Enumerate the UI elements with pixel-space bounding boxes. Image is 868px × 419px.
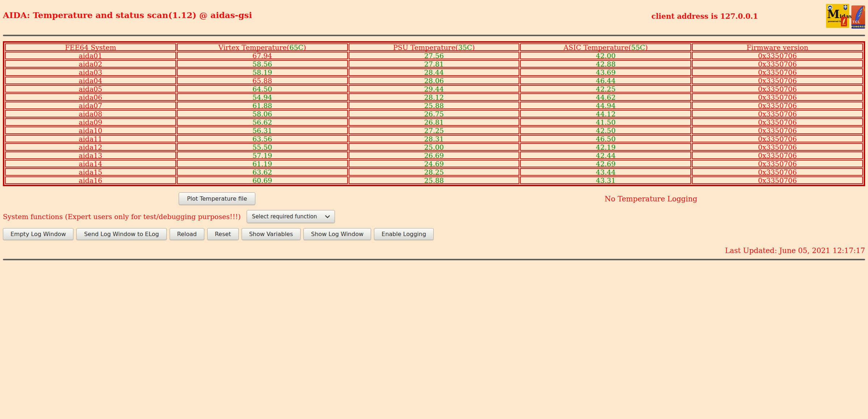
header-label: ASIC Temperature( xyxy=(563,43,631,51)
fee64-system-cell: aida02 xyxy=(5,60,176,68)
table-body: aida0167.9427.5642.000x3350706 aida0258.… xyxy=(5,52,863,184)
col-header-psu-temperature: PSU Temperature(35C) xyxy=(349,43,520,51)
psu-temp-cell: 29.44 xyxy=(349,85,520,93)
table-row: aida1255.5025.0042.190x3350706 xyxy=(5,143,863,151)
tcl-powered-label: POWERED xyxy=(851,25,865,28)
header-row: FEE64 System Virtex Temperature(65C) PSU… xyxy=(5,43,863,51)
firmware-cell: 0x3350706 xyxy=(692,118,863,126)
fee64-system-cell: aida08 xyxy=(5,110,176,117)
header-label: FEE64 System xyxy=(65,43,116,51)
show-log-window-button[interactable]: Show Log Window xyxy=(303,228,371,240)
virtex-temp-cell: 54.94 xyxy=(177,93,348,101)
virtex-temp-cell: 57.19 xyxy=(177,151,348,159)
bottom-divider xyxy=(3,259,865,260)
table-row: aida0956.6226.8141.500x3350706 xyxy=(5,118,863,126)
psu-temp-cell: 28.31 xyxy=(349,135,520,142)
asic-temp-cell: 43.69 xyxy=(520,68,691,76)
psu-temp-cell: 26.81 xyxy=(349,118,520,126)
header-label: Virtex Temperature( xyxy=(218,43,289,51)
plot-column: Plot Temperature file xyxy=(0,192,434,205)
fee64-system-cell: aida07 xyxy=(5,102,176,109)
fee64-system-cell: aida09 xyxy=(5,118,176,126)
fee64-system-cell: aida05 xyxy=(5,85,176,93)
psu-temp-cell: 28.06 xyxy=(349,77,520,84)
logging-column: No Temperature Logging xyxy=(434,192,868,205)
firmware-cell: 0x3350706 xyxy=(692,60,863,68)
asic-temp-cell: 42.19 xyxy=(520,143,691,151)
fee64-system-cell: aida11 xyxy=(5,135,176,142)
fee64-system-cell: aida01 xyxy=(5,52,176,59)
firmware-cell: 0x3350706 xyxy=(692,160,863,167)
send-log-window-to-elog-button[interactable]: Send Log Window to ELog xyxy=(76,228,166,240)
asic-temp-cell: 43.44 xyxy=(520,168,691,176)
reload-button[interactable]: Reload xyxy=(170,228,204,240)
asic-temp-cell: 46.44 xyxy=(520,77,691,84)
firmware-cell: 0x3350706 xyxy=(692,77,863,84)
asic-temp-cell: 42.00 xyxy=(520,52,691,59)
psu-temp-cell: 27.56 xyxy=(349,52,520,59)
log-buttons-row: Empty Log Window Send Log Window to ELog… xyxy=(3,228,868,240)
psu-temp-cell: 25.88 xyxy=(349,176,520,184)
tcl-powered-logo[interactable]: TCL POWERED xyxy=(851,5,865,29)
system-functions-row: System functions (Expert users only for … xyxy=(3,210,868,223)
empty-log-window-button[interactable]: Empty Log Window xyxy=(3,228,73,240)
asic-temp-cell: 42.50 xyxy=(520,127,691,134)
firmware-cell: 0x3350706 xyxy=(692,93,863,101)
virtex-temp-cell: 64.50 xyxy=(177,85,348,93)
last-updated: Last Updated: June 05, 2021 12:17:17 xyxy=(3,246,865,255)
plot-and-logging-row: Plot Temperature file No Temperature Log… xyxy=(0,192,868,205)
table-row: aida0564.5029.4442.250x3350706 xyxy=(5,85,863,93)
firmware-cell: 0x3350706 xyxy=(692,52,863,59)
virtex-temp-cell: 63.62 xyxy=(177,168,348,176)
header-threshold: 35C xyxy=(458,43,472,51)
tcl-feather-mini-icon xyxy=(841,17,847,26)
enable-logging-button[interactable]: Enable Logging xyxy=(374,228,434,240)
virtex-temp-cell: 61.88 xyxy=(177,102,348,109)
virtex-temp-cell: 67.94 xyxy=(177,52,348,59)
plot-temperature-file-button[interactable]: Plot Temperature file xyxy=(179,192,255,205)
header-threshold: 55C xyxy=(631,43,645,51)
asic-temp-cell: 44.12 xyxy=(520,110,691,117)
reset-button[interactable]: Reset xyxy=(207,228,239,240)
page-header: AIDA: Temperature and status scan(1.12) … xyxy=(0,0,868,35)
table-row: aida0654.9428.1244.620x3350706 xyxy=(5,93,863,101)
temperature-table: FEE64 System Virtex Temperature(65C) PSU… xyxy=(3,41,865,186)
fee64-system-cell: aida16 xyxy=(5,176,176,184)
asic-temp-cell: 41.50 xyxy=(520,118,691,126)
virtex-temp-cell: 56.62 xyxy=(177,118,348,126)
psu-temp-cell: 26.75 xyxy=(349,110,520,117)
fee64-system-cell: aida15 xyxy=(5,168,176,176)
asic-temp-cell: 43.31 xyxy=(520,176,691,184)
firmware-cell: 0x3350706 xyxy=(692,102,863,109)
col-header-asic-temperature: ASIC Temperature(55C) xyxy=(520,43,691,51)
psu-temp-cell: 28.25 xyxy=(349,168,520,176)
fee64-system-cell: aida03 xyxy=(5,68,176,76)
psu-temp-cell: 25.88 xyxy=(349,102,520,109)
virtex-temp-cell: 56.31 xyxy=(177,127,348,134)
table-row: aida0258.5627.8142.880x3350706 xyxy=(5,60,863,68)
system-functions-label: System functions (Expert users only for … xyxy=(3,213,241,221)
tcl-powered-strip: POWERED xyxy=(851,25,865,29)
midas-logo[interactable]: Midas powered by xyxy=(826,4,849,28)
table-row: aida1163.5628.3146.500x3350706 xyxy=(5,135,863,142)
table-row: aida0858.0626.7544.120x3350706 xyxy=(5,110,863,117)
virtex-temp-cell: 65.88 xyxy=(177,77,348,84)
function-select[interactable]: Select required function xyxy=(247,210,335,223)
midas-powered-by-label: powered by xyxy=(828,20,842,22)
table-row: aida0465.8828.0646.440x3350706 xyxy=(5,77,863,84)
virtex-temp-cell: 58.19 xyxy=(177,68,348,76)
virtex-temp-cell: 63.56 xyxy=(177,135,348,142)
firmware-cell: 0x3350706 xyxy=(692,110,863,117)
asic-temp-cell: 44.62 xyxy=(520,93,691,101)
virtex-temp-cell: 61.19 xyxy=(177,160,348,167)
show-variables-button[interactable]: Show Variables xyxy=(242,228,301,240)
col-header-firmware-version: Firmware version xyxy=(692,43,863,51)
firmware-cell: 0x3350706 xyxy=(692,135,863,142)
col-header-virtex-temperature: Virtex Temperature(65C) xyxy=(177,43,348,51)
fee64-system-cell: aida04 xyxy=(5,77,176,84)
psu-temp-cell: 26.69 xyxy=(349,151,520,159)
virtex-temp-cell: 55.50 xyxy=(177,143,348,151)
header-label: PSU Temperature( xyxy=(393,43,458,51)
fee64-system-cell: aida14 xyxy=(5,160,176,167)
table-row: aida0761.8825.8844.940x3350706 xyxy=(5,102,863,109)
